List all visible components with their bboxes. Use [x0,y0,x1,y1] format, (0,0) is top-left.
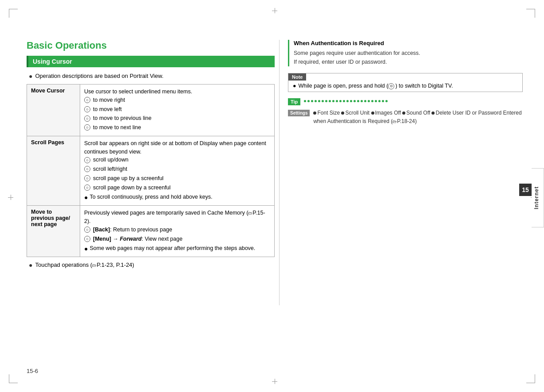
auth-text-line2: If required, enter user ID or password. [294,58,523,66]
tip-section: Tip [288,97,523,105]
tip-dot [315,100,317,102]
tip-dot [322,100,324,102]
settings-dot [341,111,344,115]
tip-dot [357,100,359,102]
corner-mark-tr [526,9,535,18]
sub-bullet-dot: ● [84,193,88,202]
move-page-line2: ○ [Menu] → Forward: View next page [84,235,270,243]
btn-icon: ○ [84,124,90,131]
intro-bullet: ● Operation descriptions are based on Po… [27,73,275,80]
settings-dot [313,111,316,115]
table-row: Move Cursor Use cursor to select underli… [27,85,275,136]
footer-bullet: ● Touchpad operations (🗁P.1-23, P.1-24) [27,261,275,269]
btn-icon: ○ [84,236,90,242]
scroll-line4: ○ scroll page down by a screenful [84,184,270,192]
move-page-content: Previously viewed pages are temporarily … [80,206,275,257]
page-title: Basic Operations [27,40,275,51]
note-text: While page is open, press and hold (⊙) t… [299,83,453,89]
main-content: Basic Operations Using Cursor ● Operatio… [27,40,275,273]
tip-dot [385,100,388,102]
intro-bullet-text: Operation descriptions are based on Port… [35,73,163,79]
move-cursor-line4: ○ to move to previous line [84,114,270,123]
tip-dot [361,100,363,102]
btn-icon: ○ [84,157,90,163]
tip-dot [375,100,377,102]
tip-dot [368,100,370,102]
corner-mark-bl [9,374,18,383]
move-page-note: ● Some web pages may not appear after pe… [84,244,270,254]
scroll-line3: ○ scroll page up by a screenful [84,174,270,183]
scroll-pages-content: Scroll bar appears on right side or at b… [80,136,275,206]
btn-icon: ○ [84,184,90,191]
tip-label: Tip [288,98,300,105]
note-box: Note ● While page is open, press and hol… [288,73,523,92]
right-content: When Authentication is Required Some pag… [288,40,523,126]
tip-dot [318,100,320,102]
auth-text-line1: Some pages require user authentication f… [294,49,523,58]
auth-section: When Authentication is Required Some pag… [288,40,523,66]
scroll-pages-intro: Scroll bar appears on right side or at b… [84,139,270,156]
tip-dot [336,100,338,102]
folder-icon: 🗁 [392,118,397,125]
note-header: Note [288,73,306,81]
settings-label: Settings [288,110,310,116]
move-cursor-content: Use cursor to select underlined menu ite… [80,85,275,136]
tip-dot [346,100,349,102]
settings-text: Font Size Scroll Unit Images Off Sound O… [313,109,523,126]
section-header: Using Cursor [27,56,275,67]
tip-dot [329,100,331,102]
corner-mark-br [526,374,535,383]
scroll-pages-label: Scroll Pages [27,136,80,206]
crosshair-top [272,8,277,13]
move-cursor-line3: ○ to move left [84,105,270,114]
btn-icon: ⊙ [388,83,394,89]
scroll-line2: ○ scroll left/right [84,165,270,173]
note-content: ● While page is open, press and hold (⊙)… [288,81,522,92]
settings-dot [371,111,374,115]
btn-icon: ○ [84,97,90,103]
chapter-tab-label: Internet [532,168,544,227]
move-cursor-line5: ○ to move to next line [84,123,270,132]
settings-dot [402,111,405,115]
tip-dot [332,100,334,102]
chapter-number-tab: 15 [519,184,532,196]
move-page-line1: ○ [Back]: Return to previous page [84,226,270,234]
tip-dot [304,100,306,102]
tip-dot [354,100,356,102]
tip-dots [304,97,523,102]
footer-bullet-dot: ● [29,261,32,269]
scroll-line1: ○ scroll up/down [84,156,270,164]
intro-bullet-dot: ● [29,73,32,80]
btn-icon: ○ [84,227,90,233]
tip-dot [339,100,342,102]
operations-table: Move Cursor Use cursor to select underli… [27,84,275,257]
table-row: Scroll Pages Scroll bar appears on right… [27,136,275,206]
move-cursor-label: Move Cursor [27,85,80,136]
corner-mark-tl [9,9,18,18]
folder-icon: 🗁 [248,210,253,216]
tip-dot [364,100,366,102]
move-cursor-line2: ○ to move right [84,96,270,104]
move-cursor-line1: Use cursor to select underlined menu ite… [84,88,270,96]
page-number: 15-6 [27,368,38,374]
btn-icon: ○ [84,106,90,112]
tip-dot [371,100,373,102]
crosshair-bottom [272,379,277,384]
tip-dot [343,100,345,102]
tip-dot [307,100,310,102]
btn-icon: ○ [84,115,90,122]
tip-dot [325,100,327,102]
settings-section: Settings Font Size Scroll Unit Images Of… [288,109,523,126]
tip-dot [350,100,352,102]
move-page-intro: Previously viewed pages are temporarily … [84,209,270,226]
sub-bullet-dot: ● [84,244,88,254]
auth-title: When Authentication is Required [294,40,523,46]
note-bullet: ● [293,83,296,89]
footer-bullet-text: Touchpad operations (🗁P.1-23, P.1-24) [35,261,134,268]
crosshair-left [8,195,13,200]
btn-icon: ○ [84,175,90,181]
folder-icon: 🗁 [92,263,97,268]
tip-dot [311,100,313,102]
settings-dot [431,111,435,115]
move-page-label: Move toprevious page/next page [27,206,80,257]
